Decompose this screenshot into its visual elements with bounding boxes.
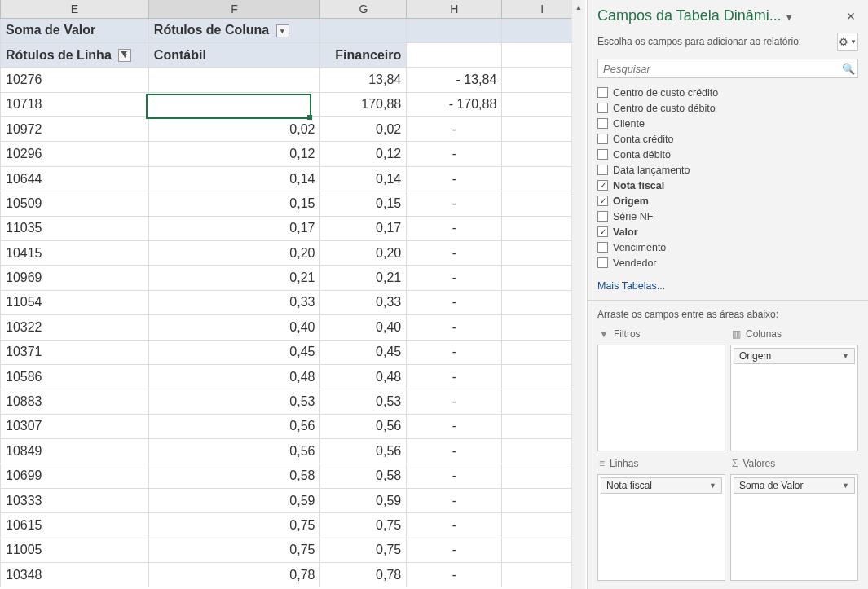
field-vencimento[interactable]: Vencimento: [597, 240, 858, 255]
cell-contabil[interactable]: 0,14: [148, 166, 320, 191]
col-header-G[interactable]: G: [320, 0, 407, 18]
cell-financeiro[interactable]: 170,88: [320, 92, 407, 116]
cell-contabil[interactable]: 0,33: [148, 290, 320, 314]
table-row[interactable]: 109720,020,02-: [1, 117, 583, 142]
col-header-F[interactable]: F: [148, 0, 320, 18]
cell-h[interactable]: -: [407, 266, 502, 290]
cell-contabil[interactable]: 0,02: [148, 117, 320, 142]
close-pane-button[interactable]: ✕: [844, 9, 858, 24]
cell-h[interactable]: -: [407, 191, 502, 216]
cell-h[interactable]: -: [407, 364, 502, 389]
row-id[interactable]: 10644: [1, 166, 149, 191]
cell-contabil[interactable]: 0,59: [148, 488, 320, 512]
cell-h[interactable]: -: [407, 340, 502, 364]
more-tables-link[interactable]: Mais Tabelas...: [588, 274, 868, 300]
checkbox[interactable]: [597, 211, 608, 222]
cell-contabil[interactable]: 0,48: [148, 364, 320, 389]
settings-button[interactable]: ⚙▼: [837, 33, 858, 51]
field-origem[interactable]: Origem: [597, 193, 858, 209]
cell-contabil[interactable]: 0,15: [148, 191, 320, 216]
row-labels-filter-icon[interactable]: [118, 49, 131, 62]
table-row[interactable]: 106440,140,14-: [1, 166, 583, 191]
row-id[interactable]: 10307: [1, 414, 149, 438]
table-row[interactable]: 10718170,88- 170,88: [1, 92, 583, 116]
checkbox[interactable]: [597, 226, 608, 237]
table-row[interactable]: 103070,560,56-: [1, 414, 583, 438]
cell-financeiro[interactable]: 0,75: [320, 513, 407, 538]
checkbox[interactable]: [597, 87, 608, 98]
scroll-up-icon[interactable]: ▲: [572, 0, 585, 14]
field-cliente[interactable]: Cliente: [597, 116, 858, 131]
cell-contabil[interactable]: 0,56: [148, 414, 320, 438]
cell-financeiro[interactable]: 0,14: [320, 166, 407, 191]
cell-h[interactable]: -: [407, 216, 502, 240]
cell-h[interactable]: -: [407, 513, 502, 538]
cell-financeiro[interactable]: 0,12: [320, 142, 407, 166]
col-header-H[interactable]: H: [407, 0, 502, 18]
table-row[interactable]: 105860,480,48-: [1, 364, 583, 389]
cell-empty[interactable]: [502, 439, 583, 464]
table-row[interactable]: 103220,400,40-: [1, 315, 583, 340]
area-filters[interactable]: ▼Filtros: [597, 327, 725, 451]
row-id[interactable]: 11054: [1, 290, 149, 314]
columns-item[interactable]: Origem▼: [734, 348, 855, 364]
cell-financeiro[interactable]: 0,02: [320, 117, 407, 142]
cell-h[interactable]: -: [407, 464, 502, 488]
row-id[interactable]: 10969: [1, 266, 149, 290]
cell-financeiro[interactable]: 0,33: [320, 290, 407, 314]
row-id[interactable]: 10718: [1, 92, 149, 116]
table-row[interactable]: 108830,530,53-: [1, 389, 583, 414]
cell-h[interactable]: -: [407, 538, 502, 562]
row-id[interactable]: 10883: [1, 389, 149, 414]
checkbox[interactable]: [597, 242, 608, 253]
row-id[interactable]: 11035: [1, 216, 149, 240]
row-id[interactable]: 10333: [1, 488, 149, 512]
cell-h[interactable]: -: [407, 389, 502, 414]
cell-empty[interactable]: [502, 266, 583, 290]
cell-h[interactable]: -: [407, 166, 502, 191]
row-id[interactable]: 10699: [1, 464, 149, 488]
checkbox[interactable]: [597, 180, 608, 191]
cell-h[interactable]: -: [407, 439, 502, 464]
area-columns[interactable]: ▥Colunas Origem▼: [730, 327, 858, 451]
cell-contabil[interactable]: 0,56: [148, 439, 320, 464]
cell-h[interactable]: -: [407, 290, 502, 314]
cell-financeiro[interactable]: 0,45: [320, 340, 407, 364]
cell-contabil[interactable]: 0,40: [148, 315, 320, 340]
search-input[interactable]: [598, 63, 839, 75]
cell-financeiro[interactable]: 13,84: [320, 68, 407, 92]
cell-contabil[interactable]: 0,58: [148, 464, 320, 488]
table-row[interactable]: 108490,560,56-: [1, 439, 583, 464]
row-id[interactable]: 10615: [1, 513, 149, 538]
cell-empty[interactable]: [502, 315, 583, 340]
row-id[interactable]: 11005: [1, 538, 149, 562]
checkbox[interactable]: [597, 165, 608, 175]
row-id[interactable]: 10276: [1, 68, 149, 92]
field-vendedor[interactable]: Vendedor: [597, 255, 858, 270]
cell-contabil[interactable]: 0,17: [148, 216, 320, 240]
cell-empty[interactable]: [502, 117, 583, 142]
cell-financeiro[interactable]: 0,59: [320, 488, 407, 512]
cell-contabil[interactable]: 0,45: [148, 340, 320, 364]
table-row[interactable]: 103480,780,78-: [1, 563, 583, 587]
spreadsheet-area[interactable]: E F G H I Soma de Valor Rótulos de Colun…: [0, 0, 587, 589]
cell-h[interactable]: -: [407, 241, 502, 266]
cell-empty[interactable]: [502, 92, 583, 116]
cell-contabil[interactable]: 0,21: [148, 266, 320, 290]
cell-empty[interactable]: [502, 166, 583, 191]
table-row[interactable]: 1027613,84- 13,84: [1, 68, 583, 92]
checkbox[interactable]: [597, 103, 608, 113]
cell-empty[interactable]: [502, 364, 583, 389]
area-rows[interactable]: ≡Linhas Nota fiscal▼: [597, 456, 725, 581]
cell-empty[interactable]: [502, 389, 583, 414]
cell-contabil[interactable]: 0,75: [148, 513, 320, 538]
cell-empty[interactable]: [502, 488, 583, 512]
row-id[interactable]: 10509: [1, 191, 149, 216]
field-série-nf[interactable]: Série NF: [597, 209, 858, 224]
cell-empty[interactable]: [502, 142, 583, 166]
field-data-lançamento[interactable]: Data lançamento: [597, 162, 858, 178]
table-row[interactable]: 110540,330,33-: [1, 290, 583, 314]
field-valor[interactable]: Valor: [597, 224, 858, 240]
cell-empty[interactable]: [502, 513, 583, 538]
table-row[interactable]: 103330,590,59-: [1, 488, 583, 512]
